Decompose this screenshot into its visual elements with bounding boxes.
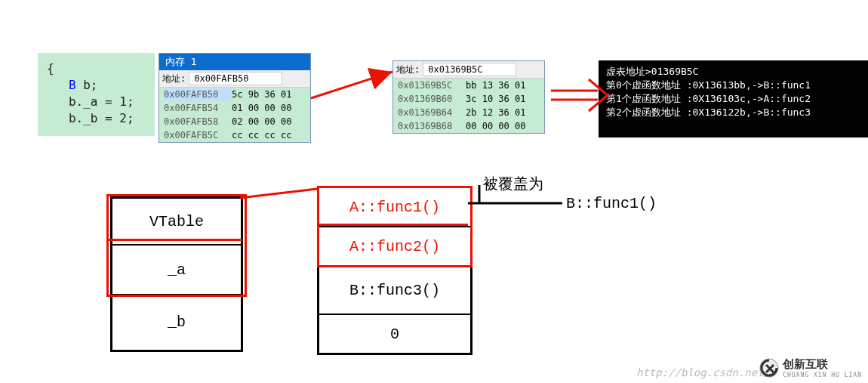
overwritten-label: 被覆盖为: [483, 174, 543, 194]
overwritten-value: B::func1(): [566, 195, 657, 212]
code-type: B: [69, 78, 83, 92]
code-panel: { B b; b._a = 1; b._b = 2;: [38, 53, 155, 136]
obj-red-frame: [106, 194, 247, 297]
mem-addr-value[interactable]: 0x00FAFB50: [189, 72, 282, 85]
logo: 创新互联 CHUANG XIN HU LIAN: [759, 357, 862, 378]
vt-red-sep: [319, 224, 468, 226]
mem-addr-label: 地址:: [162, 73, 186, 85]
console-output: 虚表地址>01369B5C 第0个虚函数地址 :0X13613bb,->B::f…: [599, 60, 868, 137]
memory-window-2: 地址: 0x01369B5C 0x01369B5Cbb 13 36 010x01…: [392, 60, 545, 134]
logo-icon: [759, 357, 780, 378]
memory-row: 0x00FAFB5401 00 00 00: [159, 101, 310, 115]
memory-row: 0x01369B642b 12 36 01: [393, 106, 544, 119]
memory-row: 0x01369B603c 10 36 01: [393, 92, 544, 106]
memory-row: 0x00FAFB5802 00 00 00: [159, 115, 310, 128]
code-line: B b;: [47, 77, 155, 94]
memory-window-1: 内存 1 地址: 0x00FAFB50 0x00FAFB505c 9b 36 0…: [159, 53, 311, 143]
memory-row: 0x00FAFB505c 9b 36 01: [159, 88, 310, 101]
memory-row: 0x01369B5Cbb 13 36 01: [393, 79, 544, 92]
mem-addr-label: 地址:: [396, 63, 420, 76]
vt-cell-zero: 0: [319, 315, 470, 353]
code-rest: b;: [83, 78, 97, 92]
code-line: b._b = 2;: [47, 110, 155, 127]
arrow-mem1-to-mem2: [311, 72, 392, 98]
logo-cn: 创新互联: [783, 357, 828, 371]
arrow-vtable-ptr: [240, 189, 317, 198]
code-line: b._a = 1;: [47, 94, 155, 110]
memory-row: 0x01369B6800 00 00 00: [393, 119, 544, 133]
obj-cell-b: _b: [112, 295, 241, 348]
code-line: {: [47, 60, 155, 77]
memory-title: 内存 1: [159, 54, 310, 70]
vt-cell-func3: B::func3(): [319, 267, 470, 315]
watermark-url: http://blog.csdn.net/: [636, 366, 770, 378]
vt-red-frame: [317, 186, 472, 267]
memory-rows: 0x01369B5Cbb 13 36 010x01369B603c 10 36 …: [393, 79, 544, 133]
memory-row: 0x00FAFB5Ccc cc cc cc: [159, 128, 310, 142]
logo-en: CHUANG XIN HU LIAN: [783, 372, 862, 378]
obj-red-sep: [109, 239, 242, 241]
memory-rows: 0x00FAFB505c 9b 36 010x00FAFB5401 00 00 …: [159, 88, 310, 142]
mem-addr-value[interactable]: 0x01369B5C: [423, 63, 516, 76]
